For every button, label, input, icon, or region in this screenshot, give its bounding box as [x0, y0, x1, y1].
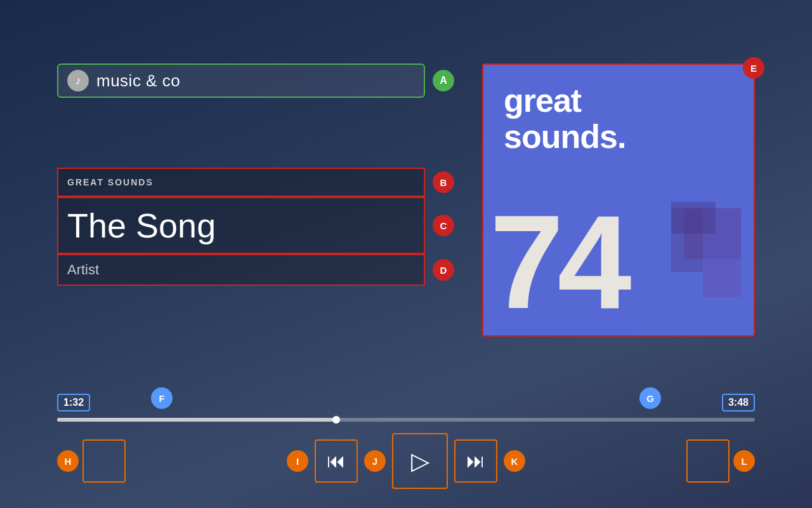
- badge-i: I: [287, 450, 308, 472]
- app-title: music & co: [96, 71, 180, 91]
- badge-c: C: [433, 215, 454, 236]
- controls-row: H I ⏮ J ▷ ⏭ K L: [57, 433, 755, 489]
- album-number: 74: [490, 196, 625, 329]
- music-icon: ♪: [67, 70, 89, 91]
- prev-icon: ⏮: [327, 450, 346, 472]
- left-controls: H: [57, 439, 126, 483]
- progress-thumb[interactable]: [332, 416, 340, 424]
- progress-bar-container[interactable]: 1:32 3:48 F G: [57, 418, 755, 422]
- next-button[interactable]: ⏭: [454, 439, 497, 483]
- badge-f: F: [151, 387, 173, 409]
- track-label: GREAT SOUNDS: [67, 177, 154, 187]
- next-icon: ⏭: [466, 450, 485, 472]
- badge-e: E: [743, 57, 764, 79]
- label-row: GREAT SOUNDS B: [57, 168, 463, 197]
- album-art: greatsounds. 74: [482, 64, 755, 337]
- badge-j: J: [364, 450, 386, 472]
- player-bar: 1:32 3:48 F G H I ⏮ J ▷ ⏭ K: [57, 418, 755, 489]
- progress-fill: [57, 418, 336, 422]
- prev-button[interactable]: ⏮: [315, 439, 358, 483]
- left-panel: ♪ music & co A GREAT SOUNDS B The Song C…: [57, 64, 463, 286]
- artist-row: Artist D: [57, 254, 463, 286]
- badge-a: A: [433, 70, 454, 91]
- badge-k: K: [504, 450, 525, 472]
- play-button[interactable]: ▷: [392, 433, 448, 489]
- track-info: GREAT SOUNDS B The Song C Artist D: [57, 168, 463, 286]
- badge-h: H: [57, 450, 79, 472]
- extra-left-button[interactable]: [82, 439, 126, 483]
- time-total: 3:48: [722, 394, 755, 411]
- play-icon: ▷: [411, 447, 429, 475]
- badge-g: G: [639, 387, 661, 409]
- right-controls: L: [686, 439, 755, 483]
- track-title: The Song: [67, 206, 216, 245]
- center-controls: I ⏮ J ▷ ⏭ K: [287, 433, 525, 489]
- track-artist-box: Artist: [57, 254, 425, 286]
- title-row: The Song C: [57, 197, 463, 254]
- album-title: greatsounds.: [504, 83, 625, 155]
- badge-d: D: [433, 259, 454, 281]
- app-bar: ♪ music & co A: [57, 64, 463, 98]
- track-label-box: GREAT SOUNDS: [57, 168, 425, 197]
- search-box[interactable]: ♪ music & co: [57, 64, 425, 98]
- time-current: 1:32: [57, 394, 90, 411]
- track-artist: Artist: [67, 262, 99, 278]
- extra-right-button[interactable]: [686, 439, 730, 483]
- track-title-box: The Song: [57, 197, 425, 254]
- badge-l: L: [733, 450, 755, 472]
- badge-b: B: [433, 171, 454, 193]
- album-art-inner: greatsounds. 74: [483, 65, 754, 335]
